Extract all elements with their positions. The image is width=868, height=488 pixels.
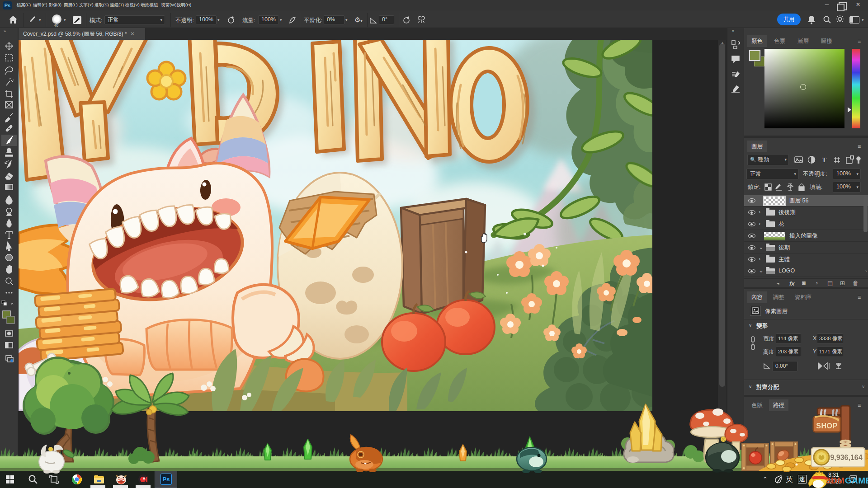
svg-text:T: T: [822, 156, 826, 164]
